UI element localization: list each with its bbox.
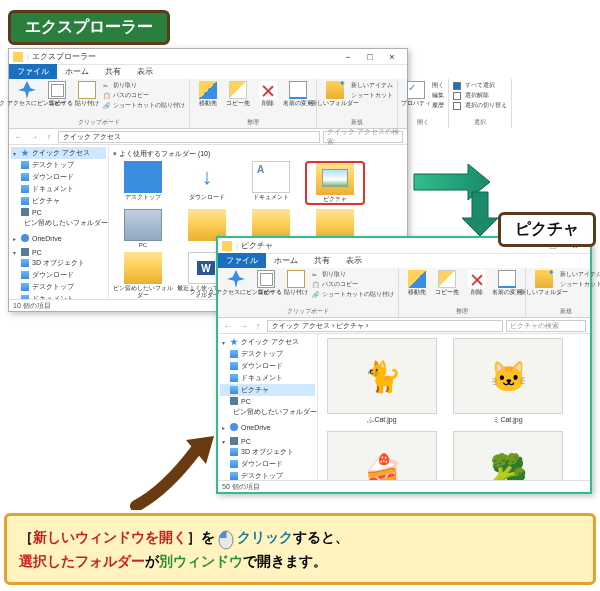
- nav-dt2[interactable]: デスクトップ: [11, 281, 106, 293]
- shortcut-button[interactable]: ショートカット: [560, 280, 600, 289]
- nav-downloads[interactable]: ダウンロード: [11, 171, 106, 183]
- paste-button[interactable]: 貼り付け: [73, 81, 101, 118]
- move-button[interactable]: 移動先: [194, 81, 222, 118]
- shortcut-button[interactable]: ショートカット: [351, 91, 393, 100]
- newitem-button[interactable]: 新しいアイテム: [351, 81, 393, 90]
- pin-button[interactable]: クイック アクセスにピン留めする: [13, 81, 41, 118]
- up-button[interactable]: ↑: [43, 132, 55, 142]
- history-button[interactable]: 履歴: [432, 101, 444, 110]
- nav-3d[interactable]: 3D オブジェクト: [11, 257, 106, 269]
- selectall-button[interactable]: すべて選択: [453, 81, 507, 90]
- file-cat2[interactable]: ミCat.jpg: [448, 338, 568, 425]
- file-cake[interactable]: 苺ケーキ.jpg: [322, 431, 442, 480]
- newitem-button[interactable]: 新しいアイテム: [560, 270, 600, 279]
- address-input[interactable]: クイック アクセス › ピクチャ ›: [267, 320, 503, 332]
- item-downloads[interactable]: ダウンロード: [177, 161, 237, 205]
- pc-icon: [21, 208, 29, 216]
- rename-button[interactable]: 名前の変更: [284, 81, 312, 118]
- pin-button[interactable]: クイック アクセスにピン留めする: [222, 270, 250, 307]
- nav-desktop[interactable]: デスクトップ: [220, 348, 315, 360]
- open-button[interactable]: 開く: [432, 81, 444, 90]
- copyto-button[interactable]: コピー先: [433, 270, 461, 307]
- tab-file[interactable]: ファイル: [9, 64, 57, 79]
- nav-pinwant[interactable]: ピン留めしたいフォルダー: [220, 406, 315, 418]
- nav-documents[interactable]: ドキュメント: [220, 372, 315, 384]
- item-pc[interactable]: PC: [113, 209, 173, 249]
- cut-button[interactable]: ✂切り取り: [103, 81, 185, 90]
- copy-button[interactable]: コピー: [252, 270, 280, 307]
- copypath-button[interactable]: 📋パスのコピー: [312, 280, 394, 289]
- pasteshortcut-button[interactable]: 🔗ショートカットの貼り付け: [103, 101, 185, 110]
- nav-desktop[interactable]: デスクトップ: [11, 159, 106, 171]
- nav-pictures[interactable]: ピクチャ: [11, 195, 106, 207]
- nav-doc2[interactable]: ドキュメント: [11, 293, 106, 299]
- forward-button[interactable]: →: [28, 132, 40, 142]
- file-cat1[interactable]: ふCat.jpg: [322, 338, 442, 425]
- tab-home[interactable]: ホーム: [266, 253, 306, 268]
- nav-pinwant[interactable]: ピン留めしたいフォルダー: [11, 217, 106, 229]
- up-button[interactable]: ↑: [252, 321, 264, 331]
- forward-button[interactable]: →: [237, 321, 249, 331]
- back-button[interactable]: ←: [13, 132, 25, 142]
- rename-label: 名前の変更: [492, 289, 522, 295]
- close-button[interactable]: ×: [381, 52, 403, 62]
- nav-pc[interactable]: PC: [220, 396, 315, 406]
- nav-pictures[interactable]: ピクチャ: [220, 384, 315, 396]
- folder-icon: [230, 386, 238, 394]
- copyto-button[interactable]: コピー先: [224, 81, 252, 118]
- nav-quick[interactable]: クイック アクセス: [11, 147, 106, 159]
- caption-selected-folder: 選択したフォルダー: [19, 553, 145, 569]
- prop-button[interactable]: プロパティ: [402, 81, 430, 118]
- selectinvert-button[interactable]: 選択の切り替え: [453, 101, 507, 110]
- tab-share[interactable]: 共有: [306, 253, 338, 268]
- tab-view[interactable]: 表示: [129, 64, 161, 79]
- pasteshortcut-button[interactable]: 🔗ショートカットの貼り付け: [312, 290, 394, 299]
- qat-sep: |: [27, 52, 29, 61]
- tab-view[interactable]: 表示: [338, 253, 370, 268]
- nav-documents[interactable]: ドキュメント: [11, 183, 106, 195]
- move-button[interactable]: 移動先: [403, 270, 431, 307]
- copy-button[interactable]: コピー: [43, 81, 71, 118]
- nav-downloads[interactable]: ダウンロード: [220, 360, 315, 372]
- nav-pcroot[interactable]: PC: [11, 247, 106, 257]
- search-input[interactable]: ピクチャの検索: [506, 320, 586, 332]
- selectnone-button[interactable]: 選択解除: [453, 91, 507, 100]
- nav-onedrive[interactable]: OneDrive: [11, 233, 106, 243]
- item-pinwant[interactable]: ピン留めしたいフォルダー: [113, 252, 173, 298]
- cut-button[interactable]: ✂切り取り: [312, 270, 394, 279]
- item-documents[interactable]: ドキュメント: [241, 161, 301, 205]
- folder-icon: [230, 362, 238, 370]
- nav-pc[interactable]: PC: [11, 207, 106, 217]
- paste-button[interactable]: 貼り付け: [282, 270, 310, 307]
- minimize-button[interactable]: −: [337, 52, 359, 62]
- nav-3d[interactable]: 3D オブジェクト: [220, 446, 315, 458]
- nav-label: 3D オブジェクト: [241, 447, 294, 457]
- tab-home[interactable]: ホーム: [57, 64, 97, 79]
- file-veg[interactable]: 生野菜.jpg: [448, 431, 568, 480]
- paste-icon: [78, 81, 96, 99]
- nav-onedrive[interactable]: OneDrive: [220, 422, 315, 432]
- nav-dl2[interactable]: ダウンロード: [220, 458, 315, 470]
- item-desktop[interactable]: デスクトップ: [113, 161, 173, 205]
- rename-button[interactable]: 名前の変更: [493, 270, 521, 307]
- nav-dt2[interactable]: デスクトップ: [220, 470, 315, 480]
- nav-pinwant-label: ピン留めしたいフォルダー: [24, 218, 108, 228]
- tab-file[interactable]: ファイル: [218, 253, 266, 268]
- copypath-button[interactable]: 📋パスのコピー: [103, 91, 185, 100]
- nav-dl2[interactable]: ダウンロード: [11, 269, 106, 281]
- nav-doc2-label: ドキュメント: [32, 294, 74, 299]
- maximize-button[interactable]: □: [359, 52, 381, 62]
- newfolder-button[interactable]: 新しいフォルダー: [530, 270, 558, 307]
- delete-button[interactable]: 削除: [254, 81, 282, 118]
- search-input[interactable]: クイック アクセスの検索: [323, 131, 403, 143]
- tab-share[interactable]: 共有: [97, 64, 129, 79]
- newfolder-button[interactable]: 新しいフォルダー: [321, 81, 349, 118]
- edit-button[interactable]: 編集: [432, 91, 444, 100]
- section-header[interactable]: よく使用するフォルダー (10): [113, 149, 403, 159]
- back-button[interactable]: ←: [222, 321, 234, 331]
- nav-pcroot[interactable]: PC: [220, 436, 315, 446]
- item-pictures[interactable]: ピクチャ: [305, 161, 365, 205]
- address-input[interactable]: クイック アクセス: [58, 131, 320, 143]
- nav-quick[interactable]: クイック アクセス: [220, 336, 315, 348]
- delete-button[interactable]: 削除: [463, 270, 491, 307]
